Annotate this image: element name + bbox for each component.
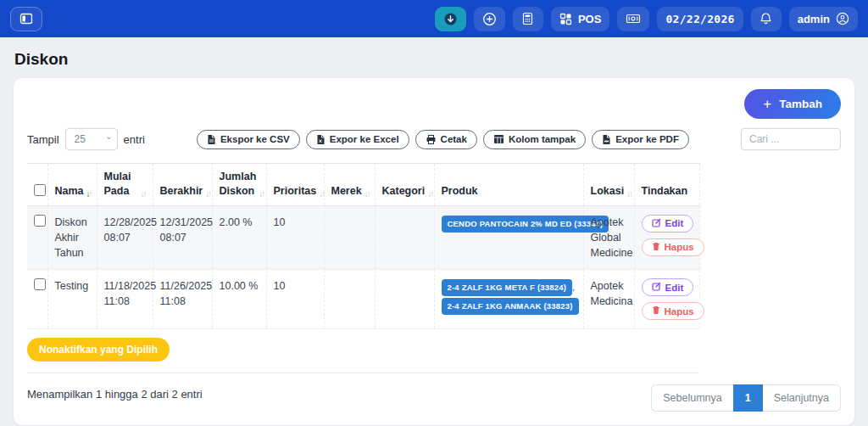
discount-card: + Tambah Tampil 25 ⌄ entri Ekspor ke CSV… bbox=[14, 78, 854, 425]
bulk-action-row: Nonaktifkan yang Dipilih bbox=[27, 329, 699, 373]
select-all-checkbox[interactable] bbox=[34, 184, 46, 196]
sort-icon[interactable]: ↓↑ bbox=[362, 189, 370, 199]
export-pdf-label: Expor ke PDF bbox=[615, 134, 679, 144]
cell-lokasi: Apotek Global Medicine bbox=[583, 205, 634, 269]
user-circle-icon bbox=[836, 12, 849, 25]
edit-button[interactable]: Edit bbox=[642, 278, 694, 296]
sidebar-toggle-button[interactable] bbox=[10, 7, 42, 31]
page-length-select[interactable]: 25 bbox=[65, 128, 118, 150]
column-visibility-button[interactable]: Kolom tampak bbox=[483, 130, 586, 149]
print-button[interactable]: Cetak bbox=[415, 130, 477, 149]
cell-tindakan: Edit Hapus bbox=[634, 205, 699, 269]
pos-button[interactable]: POS bbox=[551, 7, 609, 31]
cell-produk: 2-4 ZALF 1KG META F (33824), 2-4 ZALF 1K… bbox=[434, 270, 583, 329]
sort-icon[interactable]: ↓↑ bbox=[425, 189, 432, 199]
table-controls: Tampil 25 ⌄ entri Ekspor ke CSV Expor ke… bbox=[27, 128, 841, 150]
bell-icon bbox=[760, 12, 772, 25]
add-discount-button[interactable]: + Tambah bbox=[744, 89, 841, 119]
user-name: admin bbox=[798, 13, 830, 25]
sort-icon[interactable]: ↓↑ bbox=[84, 189, 92, 199]
header-berakhir: Berakhir bbox=[160, 184, 203, 199]
edit-button[interactable]: Edit bbox=[642, 215, 694, 233]
delete-label: Hapus bbox=[665, 242, 694, 252]
edit-icon bbox=[652, 282, 661, 293]
header-kategori: Kategori bbox=[382, 184, 426, 199]
sidebar-toggle-icon bbox=[19, 12, 33, 25]
delete-button[interactable]: Hapus bbox=[642, 238, 704, 256]
cell-prioritas: 10 bbox=[266, 205, 324, 269]
cell-produk: CENDO PANTOCAIN 2% MD ED (33344) bbox=[434, 205, 583, 269]
cell-merek bbox=[324, 205, 375, 269]
export-csv-button[interactable]: Ekspor ke CSV bbox=[197, 130, 300, 149]
cell-jumlah-diskon: 2.00 % bbox=[212, 205, 266, 269]
header-jumlah-diskon: Jumlah Diskon bbox=[220, 170, 257, 199]
delete-button[interactable]: Hapus bbox=[642, 302, 704, 320]
export-excel-label: Expor ke Excel bbox=[330, 134, 399, 144]
header-prioritas: Prioritas bbox=[274, 184, 317, 199]
cell-tindakan: Edit Hapus bbox=[634, 270, 699, 329]
trash-icon bbox=[652, 242, 660, 253]
sort-icon[interactable]: ↓↑ bbox=[256, 189, 264, 199]
header-merek: Merek bbox=[331, 184, 362, 199]
product-separator: , bbox=[572, 282, 575, 292]
file-pdf-icon bbox=[602, 134, 611, 145]
cell-prioritas: 10 bbox=[266, 270, 324, 329]
page-number-button[interactable]: 1 bbox=[733, 384, 763, 412]
circle-plus-icon bbox=[482, 12, 497, 26]
trash-icon bbox=[652, 305, 660, 317]
length-suffix-label: entri bbox=[124, 133, 145, 146]
length-prefix-label: Tampil bbox=[27, 133, 59, 146]
header-produk: Produk bbox=[442, 184, 576, 199]
cell-jumlah-diskon: 10.00 % bbox=[212, 270, 266, 329]
header-nama: Nama bbox=[55, 184, 84, 199]
status-toggle-button[interactable] bbox=[435, 7, 466, 31]
quick-add-button[interactable] bbox=[474, 7, 505, 31]
grid-icon bbox=[559, 13, 572, 25]
header-lokasi: Lokasi bbox=[591, 184, 625, 199]
search-input[interactable] bbox=[741, 128, 841, 150]
cell-merek bbox=[324, 270, 375, 329]
sort-icon[interactable]: ↓↑ bbox=[138, 189, 146, 199]
date-button[interactable]: 02/22/2026 bbox=[657, 7, 743, 31]
page-length-control: Tampil 25 ⌄ entri bbox=[27, 128, 145, 150]
product-badge: 2-4 ZALF 1KG META F (33824) bbox=[442, 279, 573, 296]
product-badge: 2-4 ZALF 1KG ANMAAK (33823) bbox=[442, 298, 579, 315]
circle-arrow-down-icon bbox=[443, 12, 458, 26]
cash-register-button[interactable] bbox=[617, 7, 649, 31]
print-label: Cetak bbox=[441, 134, 467, 144]
banknote-icon bbox=[626, 13, 641, 25]
cell-mulai-pada: 12/28/2025 08:07 bbox=[97, 205, 153, 269]
row-checkbox[interactable] bbox=[34, 215, 46, 227]
previous-page-button[interactable]: Sebelumnya bbox=[651, 384, 733, 412]
edit-label: Edit bbox=[665, 218, 684, 228]
delete-label: Hapus bbox=[665, 306, 694, 317]
file-csv-icon bbox=[207, 134, 216, 145]
cell-berakhir: 12/31/2025 08:07 bbox=[153, 205, 212, 269]
notifications-button[interactable] bbox=[751, 7, 782, 31]
deactivate-selected-button[interactable]: Nonaktifkan yang Dipilih bbox=[27, 338, 170, 362]
table-info-text: Menampilkan 1 hingga 2 dari 2 entri bbox=[27, 384, 203, 401]
edit-label: Edit bbox=[665, 283, 684, 293]
row-checkbox[interactable] bbox=[34, 278, 46, 290]
sort-icon[interactable]: ↓↑ bbox=[316, 189, 324, 199]
cell-lokasi: Apotek Medicina bbox=[583, 270, 634, 329]
sort-icon[interactable]: ↓↑ bbox=[203, 189, 210, 199]
calculator-icon bbox=[521, 12, 534, 25]
export-excel-button[interactable]: Expor ke Excel bbox=[306, 130, 409, 149]
current-date: 02/22/2026 bbox=[665, 13, 734, 25]
navbar-actions: POS 02/22/2026 admin bbox=[435, 7, 858, 31]
user-menu-button[interactable]: admin bbox=[789, 7, 858, 31]
column-visibility-label: Kolom tampak bbox=[509, 134, 576, 144]
next-page-button[interactable]: Selanjutnya bbox=[763, 384, 841, 412]
sort-icon[interactable]: ↓↑ bbox=[624, 189, 632, 199]
cell-mulai-pada: 11/18/2025 11:08 bbox=[97, 270, 153, 329]
pagination: Sebelumnya 1 Selanjutnya bbox=[651, 384, 841, 412]
header-mulai-pada: Mulai Pada bbox=[104, 170, 138, 199]
export-pdf-button[interactable]: Expor ke PDF bbox=[592, 130, 689, 149]
header-tindakan: Tindakan bbox=[642, 184, 693, 199]
table-columns-icon bbox=[493, 134, 504, 144]
edit-icon bbox=[652, 218, 661, 229]
pos-label: POS bbox=[578, 13, 601, 25]
calculator-button[interactable] bbox=[513, 7, 543, 31]
plus-icon: + bbox=[763, 97, 771, 111]
